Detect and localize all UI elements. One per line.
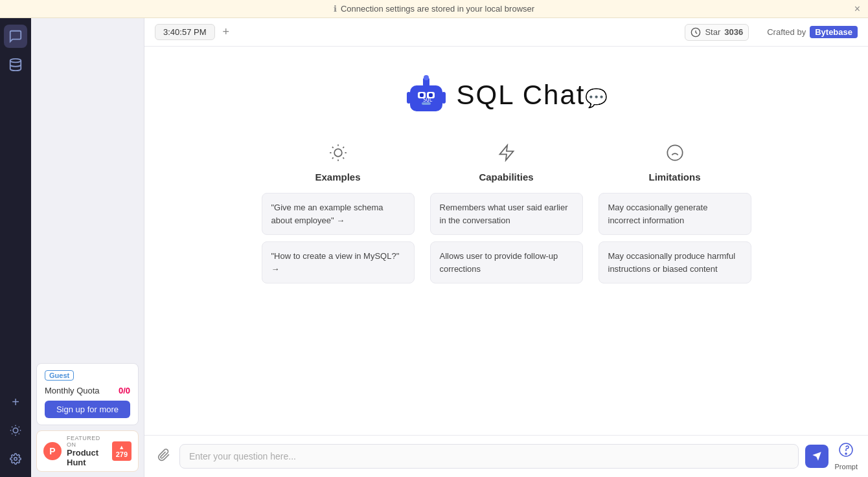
svg-text:SQL: SQL [423, 97, 433, 103]
crafted-label: Crafted by [767, 27, 806, 37]
sidebar-settings-button[interactable] [4, 447, 27, 471]
svg-point-37 [845, 453, 847, 454]
ph-votes: ▲ 279 [112, 441, 131, 461]
examples-column: Examples "Give me an example schema abou… [254, 144, 422, 290]
ph-arrow-icon: ▲ [119, 444, 124, 450]
feature-columns: Examples "Give me an example schema abou… [254, 144, 759, 290]
quota-count: 0/0 [119, 386, 130, 395]
svg-line-31 [343, 147, 344, 148]
prompt-icon[interactable] [838, 442, 854, 461]
svg-rect-20 [407, 92, 411, 104]
capabilities-title: Capabilities [479, 172, 533, 183]
prompt-area: Prompt [835, 442, 858, 471]
svg-point-0 [10, 59, 21, 63]
capability-card-1: Remembers what user said earlier in the … [430, 193, 583, 235]
examples-icon [329, 144, 347, 166]
example-card-1[interactable]: "Give me an example schema about employe… [262, 193, 415, 235]
ph-vote-count: 279 [116, 450, 128, 458]
svg-line-8 [12, 434, 12, 434]
svg-line-9 [19, 427, 19, 427]
signup-button[interactable]: Sign up for more [45, 401, 130, 418]
svg-point-33 [667, 145, 682, 160]
sidebar-icon-chat[interactable] [4, 25, 27, 48]
chat-bubble-icon: 💬 [585, 88, 609, 108]
svg-line-26 [332, 147, 333, 148]
svg-point-19 [424, 75, 429, 80]
logo-area: SQL SQL Chat💬 [404, 72, 610, 118]
ph-featured-label: FEATURED ON [67, 435, 107, 448]
ph-logo: P [43, 442, 62, 460]
info-message: Connection settings are stored in your l… [341, 4, 534, 14]
limitations-icon [666, 144, 684, 166]
info-close-button[interactable]: × [854, 4, 860, 14]
chat-content: SQL SQL Chat💬 Examples "Give me an examp… [144, 47, 868, 435]
svg-point-23 [334, 149, 342, 157]
ph-text: FEATURED ON Product Hunt [67, 435, 107, 467]
main-top-bar: 3:40:57 PM + Star 3036 Crafted by Byteba… [144, 18, 868, 47]
star-label: Star [705, 27, 720, 37]
star-badge[interactable]: Star 3036 [685, 24, 749, 41]
current-tab[interactable]: 3:40:57 PM [155, 24, 215, 40]
chat-input[interactable] [179, 444, 799, 469]
main-area: 3:40:57 PM + Star 3036 Crafted by Byteba… [144, 18, 868, 477]
tab-bar: 3:40:57 PM + [155, 24, 232, 40]
ph-name: Product Hunt [67, 448, 107, 467]
svg-line-27 [343, 157, 344, 159]
star-icon [691, 27, 701, 38]
limitation-card-1: May occasionally generate incorrect info… [599, 193, 751, 235]
sidebar-theme-button[interactable] [4, 419, 27, 442]
svg-point-10 [14, 458, 17, 461]
capabilities-column: Capabilities Remembers what user said ea… [422, 144, 591, 290]
left-panel: Guest Monthly Quota 0/0 Sign up for more… [31, 18, 144, 477]
input-bar: Prompt [144, 435, 868, 477]
capabilities-icon [497, 144, 516, 166]
product-hunt-banner[interactable]: P FEATURED ON Product Hunt ▲ 279 [36, 430, 139, 472]
guest-label: Guest [45, 370, 74, 381]
prompt-label: Prompt [835, 463, 858, 471]
bytebase-logo: Bytebase [810, 26, 858, 38]
limitations-title: Limitations [648, 172, 700, 183]
app-container: + Guest Monthly Quota 0/0 Sign up for mo… [0, 18, 868, 477]
info-bar: ℹ Connection settings are stored in your… [0, 0, 868, 18]
info-icon: ℹ [334, 4, 337, 14]
examples-title: Examples [315, 172, 360, 183]
example-card-2[interactable]: "How to create a view in MySQL?" → [262, 241, 415, 283]
send-button[interactable] [805, 445, 828, 468]
svg-marker-32 [499, 145, 513, 160]
add-tab-button[interactable]: + [220, 25, 233, 39]
svg-line-4 [12, 427, 12, 427]
limitations-column: Limitations May occasionally generate in… [591, 144, 759, 290]
sidebar-add-button[interactable]: + [4, 390, 27, 414]
limitation-card-2: May occasionally produce harmful instruc… [599, 241, 751, 283]
crafted-by: Crafted by Bytebase [767, 26, 858, 38]
svg-point-1 [13, 428, 18, 433]
robot-icon: SQL [404, 72, 449, 118]
capability-card-2: Allows user to provide follow-up correct… [430, 241, 583, 283]
sidebar-icon-database[interactable] [4, 53, 27, 76]
svg-rect-21 [442, 92, 446, 104]
app-title: SQL Chat💬 [457, 80, 610, 111]
icon-sidebar: + [0, 18, 31, 477]
conversation-list [31, 18, 144, 358]
quota-title: Monthly Quota [45, 386, 100, 395]
add-icon: + [12, 395, 19, 410]
svg-line-30 [332, 157, 333, 159]
quota-card: Guest Monthly Quota 0/0 Sign up for more [36, 363, 139, 425]
svg-line-5 [19, 434, 19, 434]
star-count: 3036 [724, 27, 743, 37]
attach-button[interactable] [155, 446, 173, 467]
quota-row: Monthly Quota 0/0 [45, 386, 130, 395]
